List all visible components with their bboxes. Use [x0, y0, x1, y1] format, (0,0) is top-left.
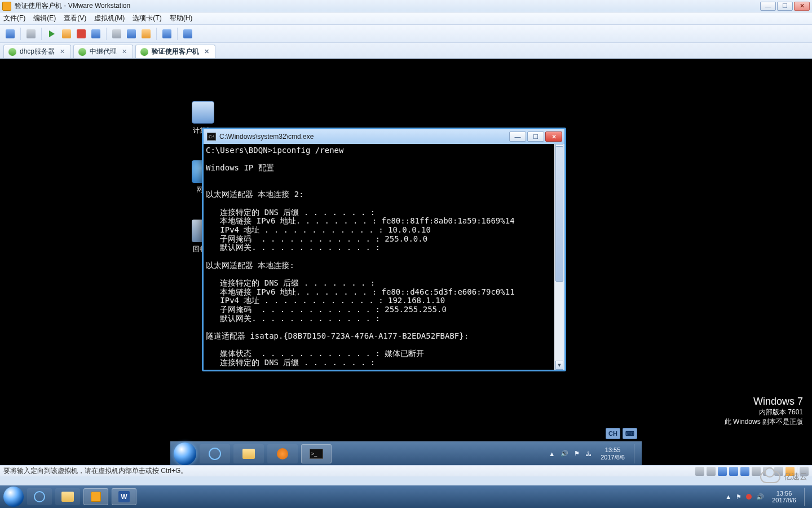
device-hdd-icon[interactable] — [695, 467, 704, 476]
host-show-desktop-button[interactable] — [804, 488, 809, 506]
toolbar-home-button[interactable] — [3, 27, 17, 41]
device-usb-icon[interactable] — [752, 467, 761, 476]
watermark-line2: 内部版本 7601 — [725, 408, 803, 417]
vmware-toolbar — [0, 25, 812, 43]
vm-running-icon — [140, 48, 148, 56]
stop-icon — [77, 29, 86, 38]
tray-volume-icon[interactable]: 🔊 — [756, 493, 764, 501]
vm-tab-label: dhcp服务器 — [20, 47, 55, 56]
thumbnail-icon — [162, 29, 171, 38]
cmd-client-area[interactable]: C:\Users\BDQN>ipconfig /renew Windows IP… — [204, 144, 564, 370]
folder-icon — [61, 492, 74, 502]
vm-running-icon — [8, 48, 16, 56]
fit-window-icon — [112, 29, 121, 38]
tab-close-button[interactable]: ✕ — [120, 48, 128, 56]
guest-taskbar: >_ ▲ 🔊 ⚑ 🖧 13:55 2017/8/6 — [170, 441, 642, 465]
cmd-output[interactable]: C:\Users\BDQN>ipconfig /renew Windows IP… — [204, 145, 564, 369]
menu-edit[interactable]: 编辑(E) — [33, 14, 56, 23]
host-task-ie[interactable] — [27, 488, 52, 505]
vm-tab-dhcp[interactable]: dhcp服务器 ✕ — [3, 45, 71, 58]
menu-file[interactable]: 文件(F) — [3, 14, 25, 23]
vm-tab-relay[interactable]: 中继代理 ✕ — [73, 45, 133, 58]
host-maximize-button[interactable]: ☐ — [777, 2, 793, 11]
host-clock[interactable]: 13:56 2017/8/6 — [769, 490, 800, 503]
menu-tabs[interactable]: 选项卡(T) — [133, 14, 161, 23]
guest-task-explorer[interactable] — [233, 444, 264, 463]
cmd-maximize-button[interactable]: ☐ — [527, 132, 544, 142]
host-task-vmware[interactable] — [83, 488, 108, 505]
device-network2-icon[interactable] — [740, 467, 749, 476]
host-brand-text: 亿速云 — [784, 472, 807, 482]
toolbar-stretch-button[interactable] — [181, 27, 195, 41]
scroll-thumb[interactable] — [555, 146, 563, 282]
toolbar-fullscreen-button[interactable] — [125, 27, 138, 41]
cmd-minimize-button[interactable]: — — [509, 132, 526, 142]
device-cd-icon[interactable] — [707, 467, 716, 476]
toolbar-snapshot-button[interactable] — [89, 27, 103, 41]
tray-action-center-icon[interactable]: ⚑ — [736, 493, 742, 501]
host-task-word[interactable]: W — [112, 488, 136, 505]
stretch-icon — [183, 29, 192, 38]
tray-action-center-icon[interactable]: ⚑ — [574, 450, 580, 457]
tab-close-button[interactable]: ✕ — [58, 48, 66, 56]
vm-tab-label: 中继代理 — [90, 47, 117, 56]
cmd-app-icon: C:\ — [207, 133, 216, 141]
toolbar-unity-button[interactable] — [139, 27, 153, 41]
unity-icon — [142, 29, 151, 38]
menu-vm[interactable]: 虚拟机(M) — [94, 14, 125, 23]
toolbar-fit-guest-button[interactable] — [110, 27, 123, 41]
guest-task-cmd[interactable]: >_ — [301, 444, 332, 463]
watermark-line1: Windows 7 — [725, 396, 803, 408]
statusbar-text: 要将输入定向到该虚拟机，请在虚拟机内部单击或按 Ctrl+G。 — [3, 466, 187, 476]
cmd-scrollbar[interactable]: ▲ ▼ — [554, 144, 564, 370]
vmware-icon — [91, 492, 101, 502]
windows-activation-watermark: Windows 7 内部版本 7601 此 Windows 副本不是正版 — [725, 396, 803, 427]
ime-indicator[interactable]: ⌨ — [623, 428, 637, 439]
ie-icon — [34, 491, 45, 502]
host-start-button[interactable] — [3, 487, 24, 507]
host-system-tray: ▲ ⚑ 🔊 13:56 2017/8/6 — [725, 488, 809, 506]
toolbar-power-on-button[interactable] — [45, 27, 59, 41]
guest-start-button[interactable] — [174, 443, 196, 465]
host-close-button[interactable]: ✕ — [794, 2, 810, 11]
tray-volume-icon[interactable]: 🔊 — [561, 450, 568, 457]
host-taskbar: W ▲ ⚑ 🔊 13:56 2017/8/6 — [0, 485, 812, 508]
scroll-down-arrow-icon[interactable]: ▼ — [555, 361, 563, 370]
cmd-window[interactable]: C:\ C:\Windows\system32\cmd.exe — ☐ ✕ C:… — [202, 128, 566, 371]
host-task-explorer[interactable] — [55, 488, 80, 505]
pause-icon — [62, 29, 71, 38]
tray-record-icon[interactable] — [746, 494, 752, 500]
tab-close-button[interactable]: ✕ — [202, 48, 210, 56]
guest-clock-time: 13:55 — [601, 446, 625, 453]
vm-running-icon — [78, 48, 86, 56]
toolbar-thumbnail-button[interactable] — [160, 27, 174, 41]
cmd-window-title: C:\Windows\system32\cmd.exe — [219, 133, 314, 141]
guest-clock[interactable]: 13:55 2017/8/6 — [597, 446, 628, 460]
cloud-icon — [760, 471, 780, 483]
host-clock-time: 13:56 — [772, 490, 796, 497]
device-floppy-icon[interactable] — [718, 467, 727, 476]
guest-task-media-player[interactable] — [267, 444, 298, 463]
toolbar-power-off-button[interactable] — [74, 27, 88, 41]
host-clock-date: 2017/8/6 — [772, 497, 796, 503]
host-minimize-button[interactable]: — — [760, 2, 776, 11]
language-indicator[interactable]: CH — [606, 428, 620, 439]
guest-clock-date: 2017/8/6 — [601, 454, 625, 461]
guest-task-ie[interactable] — [200, 444, 230, 463]
device-network-icon[interactable] — [729, 467, 738, 476]
guest-show-desktop-button[interactable] — [634, 444, 638, 463]
toolbar-suspend-button[interactable] — [60, 27, 73, 41]
computer-icon — [192, 101, 214, 124]
guest-display[interactable]: 计算机 网络 回收站 Windows 7 内部版本 7601 此 Windows… — [0, 59, 812, 465]
menu-view[interactable]: 查看(V) — [64, 14, 86, 23]
guest-language-bar: CH ⌨ — [606, 428, 637, 439]
toolbar-library-button[interactable] — [24, 27, 38, 41]
tray-show-hidden-icon[interactable]: ▲ — [725, 493, 731, 500]
vm-tabs-row: dhcp服务器 ✕ 中继代理 ✕ 验证使用客户机 ✕ — [0, 43, 812, 59]
cmd-close-button[interactable]: ✕ — [545, 132, 562, 142]
cmd-titlebar[interactable]: C:\ C:\Windows\system32\cmd.exe — ☐ ✕ — [204, 129, 564, 144]
tray-show-hidden-icon[interactable]: ▲ — [549, 450, 555, 457]
vm-tab-client[interactable]: 验证使用客户机 ✕ — [135, 45, 215, 58]
tray-network-icon[interactable]: 🖧 — [585, 450, 592, 457]
menu-help[interactable]: 帮助(H) — [170, 14, 193, 23]
